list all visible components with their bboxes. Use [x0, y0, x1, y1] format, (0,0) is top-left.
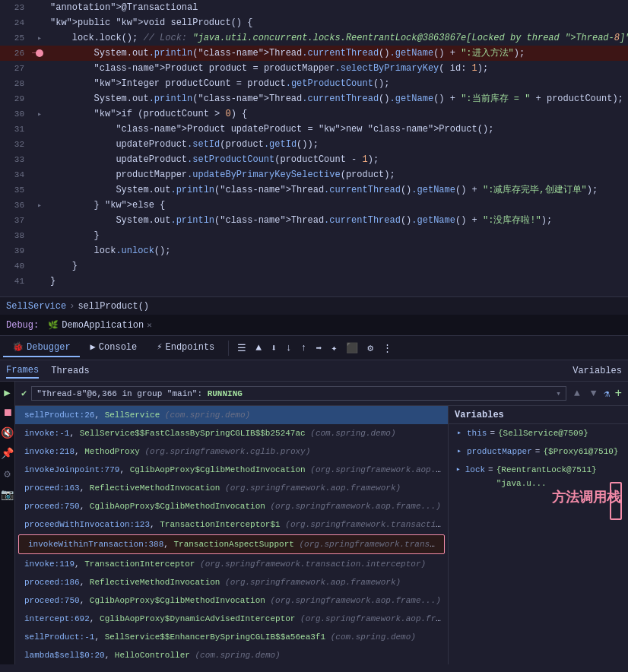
frame-item-8[interactable]: invokeWithinTransaction:388, Transaction…: [18, 534, 445, 554]
code-line-38: 38 }: [0, 228, 628, 243]
code-line-27: 27 "class-name">Product product = produc…: [0, 61, 628, 76]
run-to-cursor-icon[interactable]: ➡: [312, 340, 326, 357]
code-line-25: 25▸ lock.lock(); // Lock: "java.util.con…: [0, 30, 628, 46]
settings-btn-left[interactable]: ⚙: [2, 466, 11, 482]
resume-btn[interactable]: ▶: [2, 385, 11, 401]
frame-class: TransactionInterceptor$1: [160, 520, 280, 529]
code-content-41: }: [47, 274, 628, 289]
frame-pkg: (org.springframework.aop.fr...: [300, 614, 448, 623]
threads-tab[interactable]: Threads: [51, 364, 89, 378]
thread-dropdown[interactable]: "Thread-8"@6,366 in group "main": RUNNIN…: [31, 386, 566, 401]
step-out-icon[interactable]: ↑: [297, 340, 311, 356]
frame-class: CglibAopProxy$CglibMethodInvocation: [130, 465, 306, 474]
frame-class: TransactionAspectSupport: [173, 540, 293, 549]
code-line-35: 35 System.out.println("class-name">Threa…: [0, 182, 628, 198]
settings-icon[interactable]: ⚙: [363, 340, 377, 357]
frame-class: SellService$$FastClassBySpringCGLIB$$b25…: [80, 429, 306, 438]
frame-pkg: (com.spring.demo): [195, 651, 280, 660]
frame-item-4[interactable]: invokeJoinpoint:779, CglibAopProxy$Cglib…: [15, 461, 448, 479]
line-gutter-25[interactable]: ▸: [32, 33, 47, 43]
endpoints-label: Endpoints: [166, 342, 215, 353]
variables-panel: Variables ▸ this = {SellService@7509} ▸ …: [449, 406, 628, 664]
frame-item-7[interactable]: proceedWithInvocation:123, TransactionIn…: [15, 515, 448, 534]
var-value: {$Proxy61@7510}: [543, 445, 618, 458]
line-number-39: 39: [0, 246, 32, 255]
line-number-28: 28: [0, 79, 32, 88]
frame-name: intercept:692: [24, 614, 90, 623]
frame-item-1[interactable]: sellProduct:26, SellService (com.spring.…: [15, 406, 448, 424]
code-content-34: productMapper.updateByPrimaryKeySelectiv…: [47, 167, 628, 182]
frame-pkg: (com.spring.demo): [310, 429, 395, 438]
evaluate-icon[interactable]: ✦: [327, 340, 341, 357]
code-content-37: System.out.println("class-name">Thread.c…: [47, 213, 628, 228]
debug-app-tab[interactable]: 🌿 DemoApplication ✕: [48, 320, 152, 331]
var-expand-icon[interactable]: ▸: [455, 445, 464, 458]
tab-debugger[interactable]: 🐞 Debugger: [3, 338, 80, 357]
code-line-37: 37 System.out.println("class-name">Threa…: [0, 213, 628, 228]
more-icon[interactable]: ⋮: [379, 340, 396, 357]
app-icon: 🌿: [48, 320, 59, 330]
var-name: this: [467, 426, 487, 440]
code-content-35: System.out.println("class-name">Thread.c…: [47, 182, 628, 198]
resume-icon[interactable]: ▲: [252, 340, 265, 356]
frame-item-12[interactable]: intercept:692, CglibAopProxy$DynamicAdvi…: [15, 610, 448, 628]
frame-pkg: (org.springframework.aop.framework): [225, 483, 401, 493]
frame-pkg: (org.springframework.aop...): [310, 465, 448, 474]
frame-item-11[interactable]: proceed:750, CglibAopProxy$CglibMethodIn…: [15, 591, 448, 610]
frame-name: invoke:-1: [24, 429, 69, 438]
frame-class: HelloController: [115, 651, 190, 660]
add-frame-icon[interactable]: +: [614, 387, 622, 401]
line-number-23: 23: [0, 3, 32, 12]
var-expand-icon[interactable]: ▸: [455, 463, 462, 477]
tab-console[interactable]: ▶ Console: [81, 338, 147, 357]
app-name: DemoApplication: [62, 320, 144, 331]
debug-content-area: sellProduct:26, SellService (com.spring.…: [15, 406, 628, 664]
step-into-icon[interactable]: ↓: [282, 340, 296, 356]
camera-btn[interactable]: 📷: [0, 487, 15, 502]
frame-item-9[interactable]: invoke:119, TransactionInterceptor (org.…: [15, 555, 448, 573]
line-gutter-36[interactable]: ▸: [32, 201, 47, 210]
line-gutter-30[interactable]: ▸: [32, 109, 47, 119]
restore-layout-icon[interactable]: ☰: [233, 340, 250, 357]
fold-arrow-icon[interactable]: ▸: [37, 109, 42, 119]
frame-item-6[interactable]: proceed:750, CglibAopProxy$CglibMethodIn…: [15, 497, 448, 515]
close-tab-icon[interactable]: ✕: [147, 320, 152, 330]
frame-item-2[interactable]: invoke:-1, SellService$$FastClassBySprin…: [15, 424, 448, 442]
var-name: lock: [465, 463, 485, 477]
code-content-33: updateProduct.setProductCount(productCou…: [47, 152, 628, 167]
left-toolbar: ▶ ⏹ 🔇 📌 ⚙ 📷: [0, 382, 15, 664]
frame-item-3[interactable]: invoke:218, MethodProxy (org.springframe…: [15, 442, 448, 461]
mute-btn[interactable]: 🔇: [0, 425, 15, 441]
frame-pkg: (org.springframework.transac...: [299, 540, 445, 549]
pin-btn[interactable]: 📌: [0, 445, 15, 461]
frame-pkg: (org.springframework.transaction.transac…: [285, 520, 448, 529]
frame-item-13[interactable]: sellProduct:-1, SellService$$EnhancerByS…: [15, 628, 448, 646]
line-number-41: 41: [0, 277, 32, 286]
frame-pkg: (org.springframework.aop.frame...): [270, 502, 440, 511]
var-item-1: ▸ productMapper = {$Proxy61@7510}: [449, 442, 628, 461]
breadcrumb-method[interactable]: sellProduct(): [78, 301, 149, 312]
frame-item-14[interactable]: lambda$sell$0:20, HelloController (com.s…: [15, 646, 448, 664]
debug-main: ▶ ⏹ 🔇 📌 ⚙ 📷 ✔ "Thread-8"@6,366 in group …: [0, 382, 628, 664]
var-equals: =: [488, 463, 493, 477]
frames-tab[interactable]: Frames: [6, 363, 39, 379]
next-thread-btn[interactable]: ▼: [588, 386, 600, 401]
tab-endpoints[interactable]: ⚡ Endpoints: [147, 338, 224, 357]
prev-thread-btn[interactable]: ▲: [571, 386, 583, 401]
fold-arrow-icon[interactable]: ▸: [37, 201, 42, 210]
var-value: {ReentrantLock@7511} "java.u...: [496, 463, 622, 490]
line-number-32: 32: [0, 140, 32, 149]
code-content-39: lock.unlock();: [47, 243, 628, 258]
frame-item-10[interactable]: proceed:186, ReflectiveMethodInvocation …: [15, 573, 448, 591]
filter-icon[interactable]: ⚗: [604, 388, 611, 400]
line-number-38: 38: [0, 231, 32, 240]
stop-btn[interactable]: ⏹: [1, 405, 14, 420]
stop-icon[interactable]: ⬛: [342, 340, 362, 357]
line-number-35: 35: [0, 185, 32, 195]
debugger-label: Debugger: [27, 342, 71, 353]
breadcrumb-service[interactable]: SellService: [6, 301, 66, 312]
var-expand-icon[interactable]: ▸: [455, 426, 464, 440]
step-over-icon[interactable]: ⬇: [267, 340, 281, 357]
fold-arrow-icon[interactable]: ▸: [37, 33, 42, 43]
frame-item-5[interactable]: proceed:163, ReflectiveMethodInvocation …: [15, 479, 448, 497]
